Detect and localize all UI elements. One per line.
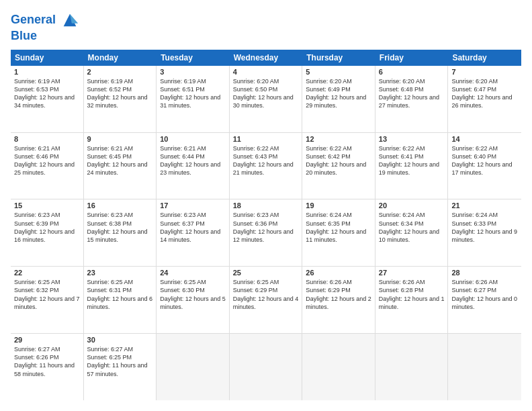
weekday-header-thursday: Thursday bbox=[302, 50, 375, 66]
day-number: 12 bbox=[306, 135, 371, 143]
calendar-cell-23: 23Sunrise: 6:25 AMSunset: 6:31 PMDayligh… bbox=[84, 267, 157, 333]
cell-info: Sunrise: 6:20 AMSunset: 6:48 PMDaylight:… bbox=[379, 77, 445, 110]
calendar-cell-2: 2Sunrise: 6:19 AMSunset: 6:52 PMDaylight… bbox=[84, 66, 157, 132]
day-number: 28 bbox=[451, 269, 518, 277]
day-number: 30 bbox=[87, 336, 153, 344]
day-number: 10 bbox=[160, 135, 226, 143]
logo-text: General bbox=[11, 11, 79, 30]
day-number: 27 bbox=[379, 269, 445, 277]
cell-info: Sunrise: 6:22 AMSunset: 6:42 PMDaylight:… bbox=[306, 144, 371, 177]
day-number: 16 bbox=[87, 201, 153, 210]
cell-info: Sunrise: 6:22 AMSunset: 6:43 PMDaylight:… bbox=[233, 144, 299, 177]
calendar-cell-1: 1Sunrise: 6:19 AMSunset: 6:53 PMDaylight… bbox=[11, 66, 84, 132]
calendar-row-5: 29Sunrise: 6:27 AMSunset: 6:26 PMDayligh… bbox=[11, 334, 521, 400]
day-number: 4 bbox=[233, 68, 299, 76]
calendar-cell-6: 6Sunrise: 6:20 AMSunset: 6:48 PMDaylight… bbox=[375, 66, 449, 132]
day-number: 7 bbox=[451, 68, 518, 76]
day-number: 9 bbox=[87, 135, 153, 143]
day-number: 21 bbox=[451, 201, 518, 210]
cell-info: Sunrise: 6:24 AMSunset: 6:35 PMDaylight:… bbox=[306, 211, 371, 244]
cell-info: Sunrise: 6:25 AMSunset: 6:29 PMDaylight:… bbox=[233, 278, 299, 311]
cell-info: Sunrise: 6:25 AMSunset: 6:30 PMDaylight:… bbox=[160, 278, 226, 311]
day-number: 23 bbox=[87, 269, 153, 277]
day-number: 5 bbox=[306, 68, 371, 76]
cell-info: Sunrise: 6:21 AMSunset: 6:46 PMDaylight:… bbox=[14, 144, 80, 177]
calendar-row-3: 15Sunrise: 6:23 AMSunset: 6:39 PMDayligh… bbox=[11, 199, 521, 267]
calendar-cell-18: 18Sunrise: 6:23 AMSunset: 6:36 PMDayligh… bbox=[230, 199, 303, 266]
calendar-cell-12: 12Sunrise: 6:22 AMSunset: 6:42 PMDayligh… bbox=[302, 133, 375, 199]
calendar-row-1: 1Sunrise: 6:19 AMSunset: 6:53 PMDaylight… bbox=[11, 66, 521, 133]
cell-info: Sunrise: 6:21 AMSunset: 6:44 PMDaylight:… bbox=[160, 144, 226, 177]
weekday-header-tuesday: Tuesday bbox=[157, 50, 230, 66]
cell-info: Sunrise: 6:19 AMSunset: 6:52 PMDaylight:… bbox=[87, 77, 153, 110]
day-number: 8 bbox=[14, 135, 80, 143]
weekday-header-monday: Monday bbox=[84, 50, 157, 66]
calendar-cell-17: 17Sunrise: 6:23 AMSunset: 6:37 PMDayligh… bbox=[157, 199, 230, 266]
calendar-cell-28: 28Sunrise: 6:26 AMSunset: 6:27 PMDayligh… bbox=[448, 267, 521, 333]
cell-info: Sunrise: 6:23 AMSunset: 6:37 PMDaylight:… bbox=[160, 211, 226, 244]
calendar-cell-empty bbox=[375, 334, 449, 400]
calendar-cell-21: 21Sunrise: 6:24 AMSunset: 6:33 PMDayligh… bbox=[448, 199, 521, 266]
calendar-cell-20: 20Sunrise: 6:24 AMSunset: 6:34 PMDayligh… bbox=[375, 199, 449, 266]
calendar-cell-22: 22Sunrise: 6:25 AMSunset: 6:32 PMDayligh… bbox=[11, 267, 84, 333]
cell-info: Sunrise: 6:19 AMSunset: 6:53 PMDaylight:… bbox=[14, 77, 80, 110]
cell-info: Sunrise: 6:26 AMSunset: 6:27 PMDaylight:… bbox=[451, 278, 518, 311]
cell-info: Sunrise: 6:24 AMSunset: 6:33 PMDaylight:… bbox=[451, 211, 518, 244]
calendar-cell-13: 13Sunrise: 6:22 AMSunset: 6:41 PMDayligh… bbox=[375, 133, 449, 199]
day-number: 11 bbox=[233, 135, 299, 143]
cell-info: Sunrise: 6:22 AMSunset: 6:40 PMDaylight:… bbox=[451, 144, 518, 177]
calendar-cell-19: 19Sunrise: 6:24 AMSunset: 6:35 PMDayligh… bbox=[302, 199, 375, 266]
calendar-cell-29: 29Sunrise: 6:27 AMSunset: 6:26 PMDayligh… bbox=[11, 334, 84, 400]
weekday-header-sunday: Sunday bbox=[11, 50, 84, 66]
calendar-body: 1Sunrise: 6:19 AMSunset: 6:53 PMDaylight… bbox=[11, 66, 521, 400]
calendar-cell-26: 26Sunrise: 6:26 AMSunset: 6:29 PMDayligh… bbox=[302, 267, 375, 333]
calendar-cell-empty bbox=[230, 334, 303, 400]
day-number: 18 bbox=[233, 201, 299, 210]
cell-info: Sunrise: 6:19 AMSunset: 6:51 PMDaylight:… bbox=[160, 77, 226, 110]
calendar-cell-10: 10Sunrise: 6:21 AMSunset: 6:44 PMDayligh… bbox=[157, 133, 230, 199]
cell-info: Sunrise: 6:22 AMSunset: 6:41 PMDaylight:… bbox=[379, 144, 445, 177]
cell-info: Sunrise: 6:27 AMSunset: 6:26 PMDaylight:… bbox=[14, 345, 80, 378]
day-number: 13 bbox=[379, 135, 445, 143]
cell-info: Sunrise: 6:23 AMSunset: 6:38 PMDaylight:… bbox=[87, 211, 153, 244]
weekday-header-saturday: Saturday bbox=[448, 50, 521, 66]
cell-info: Sunrise: 6:27 AMSunset: 6:25 PMDaylight:… bbox=[87, 345, 153, 378]
day-number: 19 bbox=[306, 201, 371, 210]
day-number: 24 bbox=[160, 269, 226, 277]
cell-info: Sunrise: 6:20 AMSunset: 6:50 PMDaylight:… bbox=[233, 77, 299, 110]
calendar-cell-7: 7Sunrise: 6:20 AMSunset: 6:47 PMDaylight… bbox=[448, 66, 521, 132]
calendar-cell-empty bbox=[157, 334, 230, 400]
day-number: 15 bbox=[14, 201, 80, 210]
calendar-cell-25: 25Sunrise: 6:25 AMSunset: 6:29 PMDayligh… bbox=[230, 267, 303, 333]
day-number: 1 bbox=[14, 68, 80, 76]
logo: General Blue bbox=[11, 11, 79, 43]
calendar-cell-9: 9Sunrise: 6:21 AMSunset: 6:45 PMDaylight… bbox=[84, 133, 157, 199]
cell-info: Sunrise: 6:25 AMSunset: 6:31 PMDaylight:… bbox=[87, 278, 153, 311]
logo-blue: Blue bbox=[11, 30, 79, 43]
cell-info: Sunrise: 6:21 AMSunset: 6:45 PMDaylight:… bbox=[87, 144, 153, 177]
day-number: 20 bbox=[379, 201, 445, 210]
calendar-row-4: 22Sunrise: 6:25 AMSunset: 6:32 PMDayligh… bbox=[11, 267, 521, 334]
day-number: 14 bbox=[451, 135, 518, 143]
header: General Blue bbox=[11, 11, 521, 43]
calendar-header: SundayMondayTuesdayWednesdayThursdayFrid… bbox=[11, 50, 521, 66]
day-number: 25 bbox=[233, 269, 299, 277]
cell-info: Sunrise: 6:20 AMSunset: 6:47 PMDaylight:… bbox=[451, 77, 518, 110]
day-number: 6 bbox=[379, 68, 445, 76]
logo-general: General bbox=[11, 13, 56, 26]
cell-info: Sunrise: 6:25 AMSunset: 6:32 PMDaylight:… bbox=[14, 278, 80, 311]
calendar-cell-11: 11Sunrise: 6:22 AMSunset: 6:43 PMDayligh… bbox=[230, 133, 303, 199]
cell-info: Sunrise: 6:26 AMSunset: 6:28 PMDaylight:… bbox=[379, 278, 445, 311]
calendar-cell-27: 27Sunrise: 6:26 AMSunset: 6:28 PMDayligh… bbox=[375, 267, 449, 333]
calendar-cell-30: 30Sunrise: 6:27 AMSunset: 6:25 PMDayligh… bbox=[84, 334, 157, 400]
calendar-cell-3: 3Sunrise: 6:19 AMSunset: 6:51 PMDaylight… bbox=[157, 66, 230, 132]
calendar-cell-14: 14Sunrise: 6:22 AMSunset: 6:40 PMDayligh… bbox=[448, 133, 521, 199]
calendar-cell-24: 24Sunrise: 6:25 AMSunset: 6:30 PMDayligh… bbox=[157, 267, 230, 333]
cell-info: Sunrise: 6:24 AMSunset: 6:34 PMDaylight:… bbox=[379, 211, 445, 244]
weekday-header-friday: Friday bbox=[375, 50, 449, 66]
weekday-header-wednesday: Wednesday bbox=[230, 50, 303, 66]
day-number: 17 bbox=[160, 201, 226, 210]
calendar-cell-empty bbox=[448, 334, 521, 400]
cell-info: Sunrise: 6:23 AMSunset: 6:39 PMDaylight:… bbox=[14, 211, 80, 244]
calendar-cell-8: 8Sunrise: 6:21 AMSunset: 6:46 PMDaylight… bbox=[11, 133, 84, 199]
